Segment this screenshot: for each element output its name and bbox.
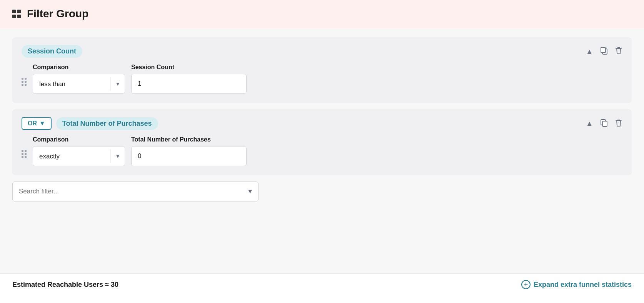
filter-card-1-header: Session Count ▲: [22, 45, 622, 58]
field-group-2: Comparison exactly less than greater tha…: [33, 136, 622, 166]
filter-card-2: OR ▼ Total Number of Purchases ▲: [12, 109, 632, 175]
plus-circle-icon: +: [521, 280, 531, 289]
or-button[interactable]: OR ▼: [22, 117, 52, 130]
comparison-select-wrapper-2: exactly less than greater than at least …: [33, 146, 125, 166]
comparison-select-wrapper-1: less than greater than exactly at least …: [33, 74, 125, 94]
copy-icon-2[interactable]: [600, 119, 608, 128]
search-filter-wrapper: ▼: [12, 181, 259, 201]
delete-icon-2[interactable]: [615, 119, 622, 128]
estimated-users: Estimated Reachable Users ≈ 30: [12, 281, 118, 289]
main-content: Session Count ▲: [0, 28, 644, 273]
svg-rect-3: [602, 121, 607, 127]
footer-bar: Estimated Reachable Users ≈ 30 + Expand …: [0, 273, 644, 295]
drag-handle-1: [22, 64, 27, 86]
value-col-2: Total Number of Purchases: [131, 136, 247, 166]
header-bar: Filter Group: [0, 0, 644, 28]
value-label-2: Total Number of Purchases: [131, 136, 247, 143]
purchases-tag: Total Number of Purchases: [56, 117, 158, 130]
or-chevron-icon: ▼: [39, 120, 45, 127]
comparison-select-1[interactable]: less than greater than exactly at least …: [33, 74, 125, 94]
select-divider-1: [110, 77, 110, 91]
session-count-tag: Session Count: [22, 45, 82, 58]
filter-card-1: Session Count ▲: [12, 37, 632, 103]
page-title: Filter Group: [27, 8, 88, 20]
comparison-label-1: Comparison: [33, 64, 125, 71]
purchases-count-input[interactable]: [131, 146, 247, 166]
svg-rect-1: [601, 47, 606, 53]
select-divider-2: [110, 149, 110, 163]
expand-funnel-button[interactable]: + Expand extra funnel statistics: [521, 280, 632, 289]
collapse-icon-2[interactable]: ▲: [586, 120, 593, 127]
comparison-col-1: Comparison less than greater than exactl…: [33, 64, 125, 94]
filter-card-2-header: OR ▼ Total Number of Purchases ▲: [22, 117, 622, 130]
comparison-col-2: Comparison exactly less than greater tha…: [33, 136, 125, 166]
session-count-input[interactable]: [131, 74, 247, 94]
collapse-icon-1[interactable]: ▲: [586, 48, 593, 55]
value-col-1: Session Count: [131, 64, 247, 94]
field-group-1: Comparison less than greater than exactl…: [33, 64, 622, 94]
copy-icon-1[interactable]: [600, 47, 608, 56]
filter-card-2-actions: ▲: [586, 119, 622, 128]
expand-funnel-label: Expand extra funnel statistics: [534, 281, 632, 289]
comparison-select-2[interactable]: exactly less than greater than at least …: [33, 146, 125, 166]
grid-icon: [12, 10, 21, 18]
filter-row-2: Comparison exactly less than greater tha…: [22, 136, 622, 166]
comparison-label-2: Comparison: [33, 136, 125, 143]
or-tag-wrapper: OR ▼ Total Number of Purchases: [22, 117, 158, 130]
filter-card-1-actions: ▲: [586, 47, 622, 56]
delete-icon-1[interactable]: [615, 47, 622, 56]
value-label-1: Session Count: [131, 64, 247, 71]
or-button-label: OR: [28, 120, 37, 127]
search-filter-input[interactable]: [12, 181, 259, 201]
drag-handle-2: [22, 136, 27, 158]
filter-row-1: Comparison less than greater than exactl…: [22, 64, 622, 94]
